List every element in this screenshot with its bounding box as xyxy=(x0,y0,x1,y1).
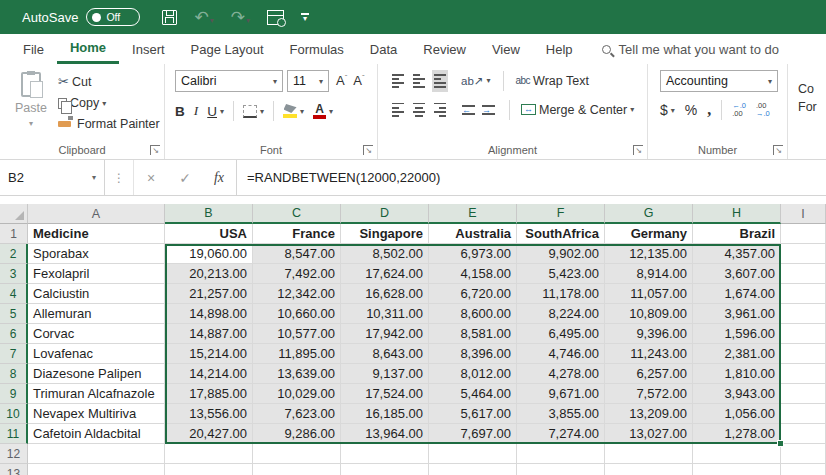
cell-E4[interactable]: 6,720.00 xyxy=(429,284,517,304)
formula-bar-handle-icon[interactable]: ⋮ xyxy=(105,160,133,195)
cell-I12[interactable] xyxy=(781,444,826,464)
column-header-A[interactable]: A xyxy=(28,204,165,224)
cell-H10[interactable]: 1,056.00 xyxy=(693,404,781,424)
row-header-9[interactable]: 9 xyxy=(0,384,28,404)
cell-C9[interactable]: 10,029.00 xyxy=(253,384,341,404)
cell-B6[interactable]: 14,887.00 xyxy=(165,324,253,344)
cell-A6[interactable]: Corvac xyxy=(28,324,165,344)
tab-view[interactable]: View xyxy=(479,34,533,64)
insert-function-button[interactable]: fx xyxy=(202,170,236,186)
cell-A10[interactable]: Nevapex Multiriva xyxy=(28,404,165,424)
cell-G11[interactable]: 13,027.00 xyxy=(605,424,693,444)
copy-dropdown-icon[interactable]: ▾ xyxy=(102,99,106,108)
row-header-6[interactable]: 6 xyxy=(0,324,28,344)
column-header-G[interactable]: G xyxy=(605,204,693,224)
cell-F2[interactable]: 9,902.00 xyxy=(517,244,605,264)
cell-B3[interactable]: 20,213.00 xyxy=(165,264,253,284)
cell-E2[interactable]: 6,973.00 xyxy=(429,244,517,264)
cell-G4[interactable]: 11,057.00 xyxy=(605,284,693,304)
cell-G8[interactable]: 6,257.00 xyxy=(605,364,693,384)
cell-B2[interactable]: 19,060.00 xyxy=(165,244,253,264)
row-header-4[interactable]: 4 xyxy=(0,284,28,304)
tab-formulas[interactable]: Formulas xyxy=(277,34,357,64)
cell-A4[interactable]: Calciustin xyxy=(28,284,165,304)
cell-D8[interactable]: 9,137.00 xyxy=(341,364,429,384)
cell-A5[interactable]: Allemuran xyxy=(28,304,165,324)
save-icon[interactable] xyxy=(162,10,177,25)
cell-B7[interactable]: 15,214.00 xyxy=(165,344,253,364)
cell-H4[interactable]: 1,674.00 xyxy=(693,284,781,304)
cell-I10[interactable] xyxy=(781,404,826,424)
decrease-font-size-button[interactable]: Aˇ xyxy=(353,73,364,88)
borders-button[interactable]: ▾ xyxy=(243,105,264,118)
undo-button[interactable]: ↶▾ xyxy=(194,9,213,26)
cell-B11[interactable]: 20,427.00 xyxy=(165,424,253,444)
row-header-11[interactable]: 11 xyxy=(0,424,28,444)
cell-B8[interactable]: 14,214.00 xyxy=(165,364,253,384)
column-header-I[interactable]: I xyxy=(781,204,826,224)
cut-button[interactable]: ✂Cut xyxy=(58,74,160,89)
cell-F4[interactable]: 11,178.00 xyxy=(517,284,605,304)
align-left-button[interactable] xyxy=(390,99,406,121)
cell-H11[interactable]: 1,278.00 xyxy=(693,424,781,444)
bottom-align-button[interactable] xyxy=(432,70,448,92)
cell-C11[interactable]: 9,286.00 xyxy=(253,424,341,444)
cell-H9[interactable]: 3,943.00 xyxy=(693,384,781,404)
cell-H1[interactable]: Brazil xyxy=(693,224,781,244)
column-header-D[interactable]: D xyxy=(341,204,429,224)
font-name-combo[interactable]: Calibri▾ xyxy=(175,70,283,92)
paste-button[interactable]: Paste ▾ xyxy=(12,70,50,140)
conditional-formatting-label-line1[interactable]: Co xyxy=(798,80,826,98)
cell-E5[interactable]: 8,600.00 xyxy=(429,304,517,324)
customize-qat-button[interactable]: ▾ xyxy=(301,13,309,20)
cell-D13[interactable] xyxy=(341,464,429,475)
cell-G10[interactable]: 13,209.00 xyxy=(605,404,693,424)
cell-A13[interactable] xyxy=(28,464,165,475)
cell-F9[interactable]: 9,671.00 xyxy=(517,384,605,404)
row-header-1[interactable]: 1 xyxy=(0,224,28,244)
cell-D10[interactable]: 16,185.00 xyxy=(341,404,429,424)
cell-H5[interactable]: 3,961.00 xyxy=(693,304,781,324)
cell-I6[interactable] xyxy=(781,324,826,344)
cell-C6[interactable]: 10,577.00 xyxy=(253,324,341,344)
cell-D7[interactable]: 8,643.00 xyxy=(341,344,429,364)
cell-I2[interactable] xyxy=(781,244,826,264)
fill-color-button[interactable]: ▾ xyxy=(283,104,304,118)
cell-I9[interactable] xyxy=(781,384,826,404)
cell-C3[interactable]: 7,492.00 xyxy=(253,264,341,284)
row-header-7[interactable]: 7 xyxy=(0,344,28,364)
cell-G2[interactable]: 12,135.00 xyxy=(605,244,693,264)
cell-F3[interactable]: 5,423.00 xyxy=(517,264,605,284)
underline-button[interactable]: U▾ xyxy=(207,104,224,119)
cell-A12[interactable] xyxy=(28,444,165,464)
workbook-views-icon[interactable] xyxy=(267,10,284,25)
formula-input[interactable]: =RANDBETWEEN(12000,22000) xyxy=(237,160,826,195)
cell-C12[interactable] xyxy=(253,444,341,464)
tab-home[interactable]: Home xyxy=(57,34,119,64)
autosave-toggle[interactable]: Off xyxy=(86,8,140,26)
cell-F10[interactable]: 3,855.00 xyxy=(517,404,605,424)
cell-I4[interactable] xyxy=(781,284,826,304)
cell-D11[interactable]: 13,964.00 xyxy=(341,424,429,444)
cell-E10[interactable]: 5,617.00 xyxy=(429,404,517,424)
cell-E13[interactable] xyxy=(429,464,517,475)
row-header-5[interactable]: 5 xyxy=(0,304,28,324)
clipboard-dialog-launcher-icon[interactable]: ↘ xyxy=(150,145,160,155)
top-align-button[interactable] xyxy=(390,70,406,92)
cell-I7[interactable] xyxy=(781,344,826,364)
cell-B9[interactable]: 17,885.00 xyxy=(165,384,253,404)
cell-I11[interactable] xyxy=(781,424,826,444)
cell-A1[interactable]: Medicine xyxy=(28,224,165,244)
cell-F13[interactable] xyxy=(517,464,605,475)
cell-F11[interactable]: 7,274.00 xyxy=(517,424,605,444)
cell-I5[interactable] xyxy=(781,304,826,324)
cell-D3[interactable]: 17,624.00 xyxy=(341,264,429,284)
font-color-button[interactable]: A▾ xyxy=(313,104,333,119)
select-all-button[interactable] xyxy=(0,204,28,224)
cell-I3[interactable] xyxy=(781,264,826,284)
tab-page-layout[interactable]: Page Layout xyxy=(178,34,277,64)
redo-dropdown-icon[interactable]: ▾ xyxy=(246,16,250,25)
number-format-combo[interactable]: Accounting▾ xyxy=(660,70,778,92)
cell-C13[interactable] xyxy=(253,464,341,475)
cell-G7[interactable]: 11,243.00 xyxy=(605,344,693,364)
